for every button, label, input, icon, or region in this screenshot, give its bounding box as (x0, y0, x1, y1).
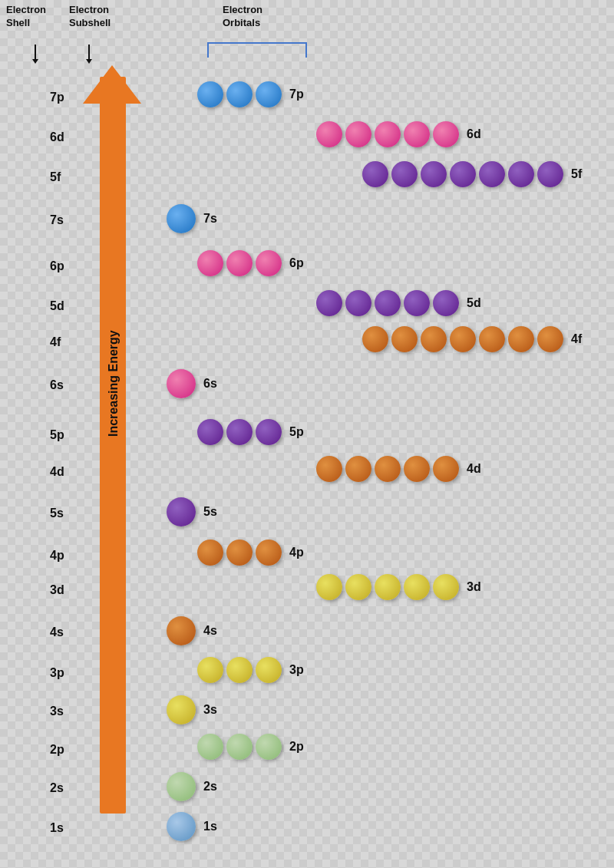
orbital-label-3d: 3d (467, 580, 481, 594)
subshell-label-6d: 6d (50, 130, 64, 144)
row-2p: 2p (196, 734, 304, 760)
orbital-label-7p: 7p (289, 87, 304, 101)
shell-arrow-pointer (32, 59, 38, 64)
dot-3d-1 (316, 574, 342, 600)
subshell-label-6p: 6p (50, 259, 64, 273)
row-3d: 3d (315, 574, 481, 600)
dot-6s-1 (167, 369, 196, 398)
orbital-label-4p: 4p (289, 546, 304, 559)
row-3s: 3s (165, 695, 217, 724)
subshell-label-5d: 5d (50, 299, 64, 313)
row-2s: 2s (165, 772, 217, 801)
dot-6p-3 (256, 250, 282, 276)
orbitals-bracket (207, 42, 307, 58)
dot-5d-3 (375, 290, 401, 316)
dot-4f-4 (450, 326, 476, 352)
dot-2p-2 (226, 734, 253, 760)
dot-6d-4 (404, 121, 430, 147)
orbital-label-5f: 5f (571, 167, 582, 181)
dot-4f-5 (479, 326, 505, 352)
main-diagram: ElectronShell ElectronSubshell ElectronO… (0, 0, 614, 868)
subshell-label-4d: 4d (50, 465, 64, 479)
subshell-label-5s: 5s (50, 507, 64, 520)
row-7p: 7p (196, 81, 304, 107)
dot-5f-7 (537, 161, 563, 187)
dot-5f-4 (450, 161, 476, 187)
dot-6p-2 (226, 250, 253, 276)
row-4s: 4s (165, 616, 217, 645)
orbital-label-3p: 3p (289, 663, 304, 677)
subshell-label-1s: 1s (50, 821, 64, 835)
orbital-label-4d: 4d (467, 462, 481, 476)
dot-4d-5 (433, 456, 459, 482)
subshell-label-2s: 2s (50, 781, 64, 795)
dot-4s-1 (167, 616, 196, 645)
subshell-label-5p: 5p (50, 428, 64, 442)
dot-5d-2 (345, 290, 371, 316)
row-5f: 5f (361, 161, 582, 187)
orbital-label-4s: 4s (203, 624, 217, 638)
orbital-label-1s: 1s (203, 820, 217, 833)
dot-3d-2 (345, 574, 371, 600)
dot-5d-5 (433, 290, 459, 316)
row-4f: 4f (361, 326, 582, 352)
dot-4f-3 (421, 326, 447, 352)
orbital-label-6d: 6d (467, 127, 481, 141)
dot-6p-1 (197, 250, 223, 276)
subshell-label-4s: 4s (50, 625, 64, 639)
subshell-label-5f: 5f (50, 170, 61, 184)
dot-4p-1 (197, 540, 223, 566)
dot-3p-3 (256, 657, 282, 683)
orbital-label-6s: 6s (203, 377, 217, 391)
dot-6d-1 (316, 121, 342, 147)
dot-4f-2 (391, 326, 418, 352)
orbital-label-3s: 3s (203, 703, 217, 717)
dot-5p-2 (226, 419, 253, 445)
row-5s: 5s (165, 497, 217, 526)
dot-7s-1 (167, 204, 196, 233)
dot-5f-6 (508, 161, 534, 187)
row-6p: 6p (196, 250, 304, 276)
header-electron-orbitals: ElectronOrbitals (223, 4, 262, 30)
row-4p: 4p (196, 540, 304, 566)
dot-6d-2 (345, 121, 371, 147)
row-7s: 7s (165, 204, 217, 233)
orbital-label-2s: 2s (203, 780, 217, 794)
dot-3d-3 (375, 574, 401, 600)
row-6d: 6d (315, 121, 481, 147)
row-5p: 5p (196, 419, 304, 445)
dot-7p-3 (256, 81, 282, 107)
dot-2s-1 (167, 772, 196, 801)
orbital-label-5p: 5p (289, 425, 304, 439)
dot-3d-5 (433, 574, 459, 600)
row-1s: 1s (165, 812, 217, 841)
subshell-label-3s: 3s (50, 705, 64, 718)
dot-2p-1 (197, 734, 223, 760)
dot-4d-2 (345, 456, 371, 482)
dot-5d-4 (404, 290, 430, 316)
header-electron-shell: ElectronShell (6, 4, 46, 30)
orbital-label-7s: 7s (203, 212, 217, 226)
orbital-label-5d: 5d (467, 296, 481, 310)
dot-3s-1 (167, 695, 196, 724)
header-electron-subshell: ElectronSubshell (69, 4, 111, 30)
energy-label: Increasing Energy (107, 375, 120, 437)
dot-4f-6 (508, 326, 534, 352)
energy-arrow-shaft (100, 77, 126, 814)
subshell-label-2p: 2p (50, 743, 64, 757)
row-4d: 4d (315, 456, 481, 482)
dot-7p-1 (197, 81, 223, 107)
shell-arrow-line (35, 45, 36, 60)
dot-4p-2 (226, 540, 253, 566)
dot-5p-3 (256, 419, 282, 445)
row-5d: 5d (315, 290, 481, 316)
dot-4d-4 (404, 456, 430, 482)
dot-5f-5 (479, 161, 505, 187)
subshell-arrow-line (88, 45, 90, 60)
orbital-label-5s: 5s (203, 505, 217, 519)
dot-5p-1 (197, 419, 223, 445)
dot-5s-1 (167, 497, 196, 526)
subshell-arrow-pointer (86, 59, 92, 64)
subshell-label-4f: 4f (50, 335, 61, 349)
dot-1s-1 (167, 812, 196, 841)
